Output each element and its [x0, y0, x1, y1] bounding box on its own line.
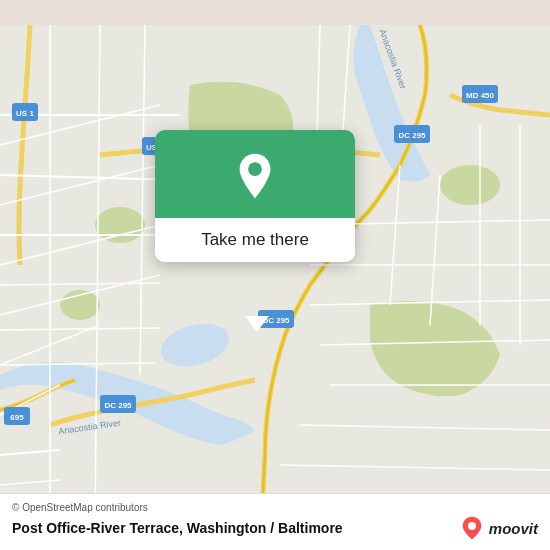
moovit-logo: moovit [460, 516, 538, 540]
location-title: Post Office-River Terrace, Washington / … [12, 520, 343, 536]
take-me-there-button[interactable]: Take me there [155, 218, 355, 262]
svg-text:MD 450: MD 450 [466, 91, 495, 100]
svg-text:DC 295: DC 295 [398, 131, 426, 140]
svg-text:695: 695 [10, 413, 24, 422]
moovit-brand-text: moovit [489, 520, 538, 537]
map-container: US 1 US 50 US 50 MD 450 DC 295 DC 295 DC… [0, 0, 550, 550]
moovit-pin-icon [460, 516, 484, 540]
popup-tail [245, 316, 269, 332]
svg-text:DC 295: DC 295 [104, 401, 132, 410]
location-pin-icon [231, 152, 279, 200]
svg-point-55 [468, 522, 476, 530]
svg-point-2 [95, 207, 145, 243]
svg-text:US 1: US 1 [16, 109, 34, 118]
location-info: Post Office-River Terrace, Washington / … [12, 516, 538, 540]
popup-card: Take me there [155, 130, 355, 262]
bottom-bar: © OpenStreetMap contributors Post Office… [0, 493, 550, 550]
map-background: US 1 US 50 US 50 MD 450 DC 295 DC 295 DC… [0, 0, 550, 550]
popup-green-area [155, 130, 355, 218]
svg-point-54 [248, 162, 262, 176]
attribution-text: © OpenStreetMap contributors [12, 502, 538, 513]
svg-point-4 [440, 165, 500, 205]
